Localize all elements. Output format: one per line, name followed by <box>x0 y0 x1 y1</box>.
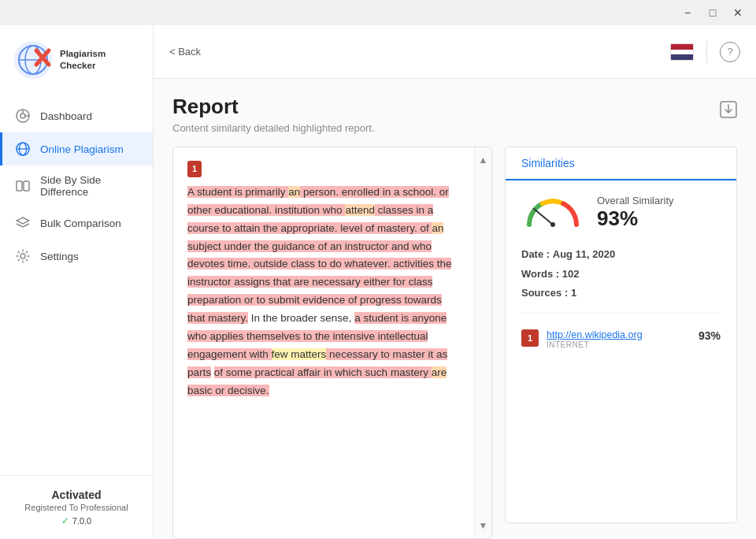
content-panels: 1 A student is primarily an person. enro… <box>172 147 737 539</box>
sidebar: Plagiarism Checker Dashboard <box>0 25 154 539</box>
report-area: Report Content similarity detailed highl… <box>154 79 756 539</box>
report-subtitle: Content similarity detailed highlighted … <box>172 122 375 134</box>
minimize-button[interactable]: − <box>676 2 699 24</box>
svg-line-18 <box>534 209 553 225</box>
sim-body: Overall Similarity 93% Date : Aug 11, 20… <box>506 180 736 522</box>
language-flag[interactable] <box>670 43 694 61</box>
text-body: A student is primarily an person. enroll… <box>187 184 460 400</box>
columns-icon <box>15 178 31 194</box>
logo-text: Plagiarism Checker <box>60 48 106 72</box>
sidebar-item-bulk-comparison[interactable]: Bulk Comparison <box>0 206 153 240</box>
svg-point-7 <box>20 113 25 118</box>
sidebar-label-bulk-comparison: Bulk Comparison <box>40 217 121 229</box>
svg-point-16 <box>20 254 25 258</box>
sources-row: Sources : 1 <box>521 284 721 303</box>
dashboard-icon <box>15 108 31 124</box>
highlighted-text-2: an <box>288 186 300 198</box>
source-type: INTERNET <box>547 340 691 349</box>
sidebar-label-dashboard: Dashboard <box>40 110 92 122</box>
text-content[interactable]: 1 A student is primarily an person. enro… <box>173 147 474 538</box>
layers-icon <box>15 215 31 231</box>
activated-label: Activated <box>13 489 140 501</box>
text-panel: 1 A student is primarily an person. enro… <box>172 147 492 539</box>
source-number: 1 <box>521 329 539 347</box>
sidebar-label-settings: Settings <box>40 251 79 262</box>
svg-marker-15 <box>17 217 29 224</box>
highlighted-text-13: basic or decisive. <box>187 385 269 396</box>
app-logo <box>13 39 54 80</box>
gauge <box>521 193 584 232</box>
highlighted-text-1: A student is primarily <box>187 186 288 198</box>
stats-row: Date : Aug 11, 2020 Words : 102 Sources … <box>521 245 721 314</box>
sidebar-item-online-plagiarism[interactable]: Online Plagiarism <box>0 132 153 165</box>
highlighted-text-6: an <box>432 222 443 234</box>
highlighted-text-4: attend <box>345 204 375 216</box>
overall-similarity-pct: 93% <box>597 206 674 231</box>
source-pct: 93% <box>699 329 721 342</box>
back-button[interactable]: < Back <box>169 46 201 58</box>
gear-icon <box>15 248 31 264</box>
words-row: Words : 102 <box>521 265 721 284</box>
svg-rect-14 <box>24 181 29 191</box>
sidebar-nav: Dashboard Online Plagiarism Side By S <box>0 93 153 475</box>
source-badge: 1 <box>187 161 202 177</box>
highlighted-text-12: are <box>432 366 447 378</box>
main-content: < Back ? Report Content similarity detai… <box>154 25 756 539</box>
source-info: http://en.wikipedia.org INTERNET <box>547 329 691 349</box>
logo-area: Plagiarism Checker <box>0 25 153 93</box>
similarities-tab[interactable]: Similarities <box>521 147 575 180</box>
check-icon: ✓ <box>61 515 69 526</box>
sidebar-item-settings[interactable]: Settings <box>0 240 153 273</box>
highlighted-text-9: few matters <box>272 348 327 360</box>
divider <box>706 41 707 63</box>
svg-rect-13 <box>17 181 22 191</box>
gauge-row: Overall Similarity 93% <box>521 193 721 232</box>
sidebar-footer: Activated Registered To Professional ✓ 7… <box>0 475 153 539</box>
scroll-down-button[interactable]: ▼ <box>475 516 492 535</box>
scroll-up-button[interactable]: ▲ <box>475 151 492 169</box>
sidebar-item-dashboard[interactable]: Dashboard <box>0 99 153 132</box>
export-button[interactable] <box>720 101 737 121</box>
sidebar-label-side-by-side: Side By Side Difference <box>40 174 140 198</box>
close-button[interactable]: ✕ <box>726 2 750 24</box>
source-url[interactable]: http://en.wikipedia.org <box>547 329 691 340</box>
svg-point-19 <box>550 222 555 227</box>
top-bar: < Back ? <box>154 25 756 79</box>
sim-header: Similarities <box>506 147 736 180</box>
date-row: Date : Aug 11, 2020 <box>521 245 721 265</box>
help-button[interactable]: ? <box>720 42 740 62</box>
overall-info: Overall Similarity 93% <box>597 195 674 231</box>
title-bar: − □ ✕ <box>0 0 756 25</box>
report-title: Report <box>172 95 375 119</box>
highlighted-text-11: of some practical affair in which such m… <box>214 366 432 378</box>
scroll-controls: ▲ ▼ <box>474 147 491 538</box>
globe-icon <box>15 141 31 157</box>
registered-label: Registered To Professional <box>13 503 140 512</box>
overall-similarity-label: Overall Similarity <box>597 195 674 206</box>
maximize-button[interactable]: □ <box>701 2 724 24</box>
sidebar-item-side-by-side[interactable]: Side By Side Difference <box>0 165 153 206</box>
version-label: ✓ 7.0.0 <box>13 515 140 526</box>
sidebar-label-online-plagiarism: Online Plagiarism <box>40 143 124 155</box>
similarity-panel: Similarities <box>505 147 737 523</box>
source-row: 1 http://en.wikipedia.org INTERNET 93% <box>521 323 721 349</box>
